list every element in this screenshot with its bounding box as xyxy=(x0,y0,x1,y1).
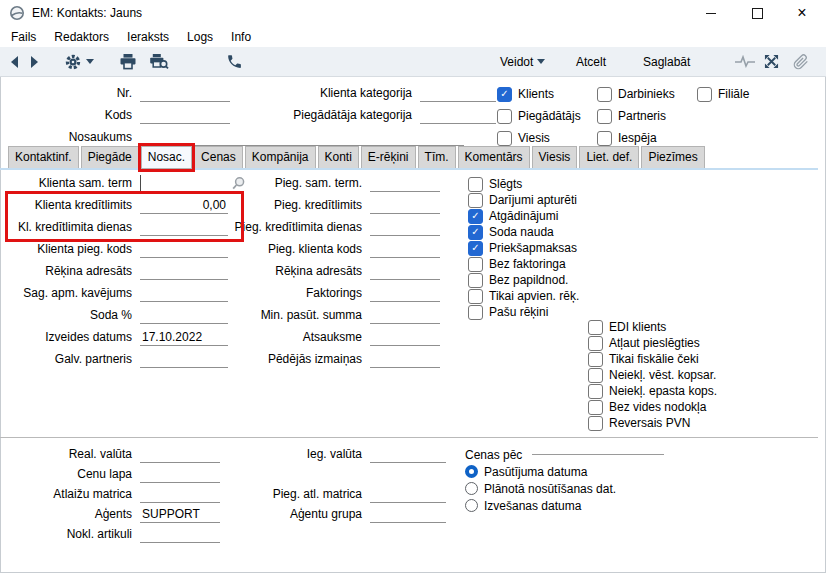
pieg-sam-term-row: Pieg. sam. term. xyxy=(225,172,440,194)
rekina-adresats2-input[interactable] xyxy=(370,263,440,280)
soda-pct-input[interactable] xyxy=(140,307,228,324)
tab-konti[interactable]: Konti xyxy=(318,146,359,169)
menu-info[interactable]: Info xyxy=(222,30,260,44)
flag-prieksapmaksas[interactable]: ✓Priekšapmaksas xyxy=(468,240,577,256)
kods-input[interactable] xyxy=(140,107,230,124)
activity-pulse-icon[interactable] xyxy=(735,47,755,76)
tab-komentars[interactable]: Komentārs xyxy=(458,146,530,169)
tab-piezimes[interactable]: Piezīmes xyxy=(641,146,704,169)
back-icon[interactable] xyxy=(8,47,21,76)
type-iespeja[interactable]: Iespēja xyxy=(597,130,657,146)
pieg-atl-matrica-input[interactable] xyxy=(370,486,446,503)
gear-icon[interactable] xyxy=(64,47,94,76)
tab-kontaktinf[interactable]: Kontaktinf. xyxy=(8,146,79,169)
radio-planota-nosutisanas-dat[interactable]: Plānotā nosūtīšanas dat. xyxy=(465,480,664,497)
flag-bez-vides-nodokla[interactable]: Bez vides nodokļa xyxy=(588,399,706,415)
flag-soda-nauda[interactable]: ✓Soda nauda xyxy=(468,224,554,240)
agentu-grupa-input[interactable] xyxy=(370,506,446,523)
rekina-adresats-input[interactable] xyxy=(140,263,228,280)
flag-edi-klients[interactable]: EDI klients xyxy=(588,319,666,335)
radio-pasutijuma-datuma[interactable]: Pasūtījuma datuma xyxy=(465,463,664,480)
flag-pasu-rekini[interactable]: Pašu rēķini xyxy=(468,304,548,320)
type-viesis[interactable]: Viesis xyxy=(497,130,550,146)
klienta-kategorija-input[interactable] xyxy=(420,85,496,102)
cenu-lapa-input[interactable] xyxy=(140,466,220,483)
flag-tikai-apvien-rek[interactable]: Tikai apvien. rēķ. xyxy=(468,288,579,304)
type-partneris[interactable]: Partneris xyxy=(597,108,666,124)
klienta-pieg-kods-row: Klienta pieg. kods xyxy=(0,238,246,260)
minimize-icon[interactable] xyxy=(690,0,732,26)
pieg-sam-term-input[interactable] xyxy=(370,175,440,192)
tab-viesis[interactable]: Viesis xyxy=(532,146,578,169)
gear-dropdown-caret xyxy=(86,59,94,64)
klienta-sam-term-input[interactable] xyxy=(140,175,229,192)
menu-redaktors[interactable]: Redaktors xyxy=(45,30,118,44)
klienta-pieg-kods-input[interactable] xyxy=(140,241,228,258)
type-klients[interactable]: ✓ Klients xyxy=(497,86,554,102)
print-preview-icon[interactable] xyxy=(149,47,169,76)
forward-icon[interactable] xyxy=(28,47,41,76)
cancel-button[interactable]: Atcelt xyxy=(576,47,606,76)
pieg-kreditlimits-input[interactable] xyxy=(370,197,440,214)
nokl-artikuli-input[interactable] xyxy=(140,526,220,543)
rekina-adresats2-row: Rēķina adresāts xyxy=(225,260,440,282)
flag-darijumi-apturti[interactable]: Darījumi apturēti xyxy=(468,192,577,208)
pieg-kreditlimita-dienas-input[interactable] xyxy=(370,219,440,236)
flag-slegts[interactable]: Slēgts xyxy=(468,176,522,192)
ieg-valuta-input[interactable] xyxy=(370,446,446,463)
flag-tikai-fiskalie-ceki[interactable]: Tikai fiskālie čeki xyxy=(588,351,699,367)
klienta-kreditlimits-input[interactable] xyxy=(140,197,228,214)
tab-cenas[interactable]: Cenas xyxy=(194,146,243,169)
paperclip-icon[interactable] xyxy=(793,47,809,76)
menu-ieraksts[interactable]: Ieraksts xyxy=(118,30,178,44)
pieg-klienta-kods-input[interactable] xyxy=(370,241,440,258)
menu-fails[interactable]: Fails xyxy=(2,30,45,44)
sag-apm-kavejums-input[interactable] xyxy=(140,285,228,302)
print-icon[interactable] xyxy=(119,47,137,76)
real-valuta-input[interactable] xyxy=(140,446,220,463)
flag-bez-papildnod[interactable]: Bez papildnod. xyxy=(468,272,568,288)
atsauksme-input[interactable] xyxy=(370,329,440,346)
tab-tim[interactable]: Tīm. xyxy=(418,146,456,169)
cancel-button-label: Atcelt xyxy=(576,55,606,69)
piegadataja-kategorija-label: Piegādātāja kategorija xyxy=(282,108,420,122)
flag-bez-faktoringa[interactable]: Bez faktoringa xyxy=(468,256,566,272)
close-icon[interactable]: × xyxy=(781,0,823,26)
radio-izvesanas-datuma[interactable]: Izvešanas datuma xyxy=(465,497,664,514)
galv-partneris-input[interactable] xyxy=(140,351,228,368)
pedejas-izmainas-input[interactable] xyxy=(370,351,440,368)
tab-piegade[interactable]: Piegāde xyxy=(81,146,139,169)
atlaizu-matrica-input[interactable] xyxy=(140,486,220,503)
piegadataja-kategorija-input[interactable] xyxy=(420,107,496,124)
type-darbinieks[interactable]: Darbinieks xyxy=(597,86,675,102)
checkbox-checked-icon: ✓ xyxy=(497,87,512,102)
flag-neiekl-epasta-kops[interactable]: Neiekļ. epasta kops. xyxy=(588,383,717,399)
flag-atlaut-pieslegties[interactable]: Atļaut pieslēgties xyxy=(588,335,700,351)
create-button[interactable]: Veidot xyxy=(500,47,545,76)
nr-input[interactable] xyxy=(140,85,230,102)
type-filiale[interactable]: Filiāle xyxy=(697,86,749,102)
faktorings-input[interactable] xyxy=(370,285,440,302)
min-pasut-summa-input[interactable] xyxy=(370,307,440,324)
flag-atgadinajumi[interactable]: ✓Atgādinājumi xyxy=(468,208,558,224)
tab-kompanija[interactable]: Kompānija xyxy=(245,146,316,169)
menu-logs[interactable]: Logs xyxy=(178,30,222,44)
real-valuta-row: Real. valūta xyxy=(0,444,220,464)
checkbox-icon xyxy=(497,109,512,124)
kl-kreditlimita-dienas-input[interactable] xyxy=(140,219,228,236)
tab-nosac[interactable]: Nosac. xyxy=(141,146,192,169)
flag-reversais-pvn[interactable]: Reversais PVN xyxy=(588,415,690,431)
nosaukums-input[interactable] xyxy=(140,129,464,146)
maximize-icon[interactable] xyxy=(736,0,778,26)
flag-neiekl-vest-kopsar[interactable]: Neiekļ. vēst. kopsar. xyxy=(588,367,716,383)
tab-erekini[interactable]: E-rēķini xyxy=(361,146,416,169)
tab-liet-def[interactable]: Liet. def. xyxy=(579,146,639,169)
phone-icon[interactable] xyxy=(226,47,243,76)
expand-icon[interactable] xyxy=(764,47,779,76)
save-button[interactable]: Saglabāt xyxy=(643,47,690,76)
type-piegadatajs[interactable]: Piegādātājs xyxy=(497,108,581,124)
izveides-datums-input[interactable] xyxy=(140,329,228,346)
checkbox-icon xyxy=(468,305,483,320)
agents-input[interactable] xyxy=(140,506,220,523)
atlaizu-matrica-row: Atlaižu matrica xyxy=(0,484,220,504)
